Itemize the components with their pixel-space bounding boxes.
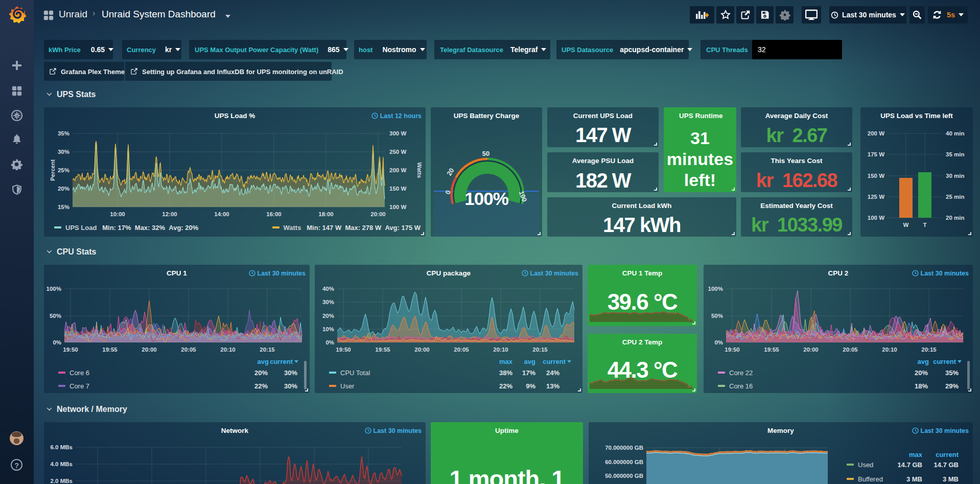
svg-text:20:10: 20:10 — [220, 347, 235, 353]
svg-text:20:15: 20:15 — [921, 347, 937, 353]
svg-text:70.000000 GB: 70.000000 GB — [605, 445, 643, 451]
svg-text:100%: 100% — [708, 286, 723, 292]
svg-text:16:00: 16:00 — [266, 211, 281, 217]
svg-text:20:10: 20:10 — [882, 347, 897, 353]
svg-text:20:05: 20:05 — [454, 347, 469, 353]
svg-text:20%: 20% — [322, 313, 334, 319]
svg-text:19:55: 19:55 — [375, 347, 390, 353]
svg-text:20:00: 20:00 — [370, 211, 385, 217]
svg-text:18:00: 18:00 — [318, 211, 333, 217]
svg-text:19:50: 19:50 — [336, 347, 351, 353]
svg-text:150 W: 150 W — [868, 173, 884, 179]
svg-text:20:15: 20:15 — [532, 347, 548, 353]
svg-text:50%: 50% — [711, 313, 723, 319]
svg-text:20:00: 20:00 — [414, 347, 429, 353]
svg-text:0%: 0% — [53, 339, 61, 345]
svg-text:4.0 MBs: 4.0 MBs — [51, 461, 73, 467]
svg-text:20:05: 20:05 — [181, 347, 196, 353]
svg-text:50%: 50% — [50, 313, 61, 319]
svg-text:20:05: 20:05 — [843, 347, 858, 353]
svg-text:100%: 100% — [46, 286, 61, 292]
svg-text:125 W: 125 W — [868, 194, 884, 200]
svg-text:250 W: 250 W — [389, 149, 406, 155]
svg-text:Percent: Percent — [50, 159, 56, 181]
svg-text:30%: 30% — [58, 149, 69, 155]
svg-text:0%: 0% — [325, 339, 334, 345]
svg-text:10:00: 10:00 — [110, 211, 125, 217]
svg-text:50: 50 — [482, 150, 489, 157]
svg-text:60.000000 GB: 60.000000 GB — [605, 459, 643, 465]
svg-text:25%: 25% — [58, 167, 69, 173]
svg-text:40%: 40% — [322, 286, 334, 292]
svg-text:200 W: 200 W — [389, 167, 406, 173]
svg-text:30%: 30% — [322, 299, 334, 305]
svg-text:150 W: 150 W — [389, 186, 406, 192]
svg-text:12:00: 12:00 — [162, 211, 177, 217]
svg-text:100 W: 100 W — [868, 215, 884, 221]
svg-text:2.0 MBs: 2.0 MBs — [51, 478, 73, 484]
svg-text:T: T — [923, 222, 926, 228]
svg-text:175 W: 175 W — [868, 151, 884, 157]
svg-text:50.000000 GB: 50.000000 GB — [605, 473, 643, 479]
svg-text:100 W: 100 W — [389, 204, 406, 210]
svg-text:25 min: 25 min — [946, 194, 964, 200]
svg-text:19:50: 19:50 — [725, 347, 739, 353]
svg-text:19:55: 19:55 — [102, 347, 118, 353]
svg-text:35 min: 35 min — [946, 151, 964, 157]
svg-text:19:50: 19:50 — [63, 347, 78, 353]
svg-text:200 W: 200 W — [868, 130, 884, 136]
svg-text:15%: 15% — [58, 204, 69, 210]
svg-text:20%: 20% — [58, 186, 69, 192]
svg-text:40 min: 40 min — [946, 130, 964, 136]
svg-text:20:00: 20:00 — [142, 347, 156, 353]
svg-text:19:55: 19:55 — [764, 347, 779, 353]
svg-text:20:00: 20:00 — [803, 347, 818, 353]
svg-text:20 min: 20 min — [946, 215, 964, 221]
svg-text:Watts: Watts — [416, 163, 423, 178]
svg-text:30 min: 30 min — [946, 173, 964, 179]
svg-text:20:15: 20:15 — [260, 347, 275, 353]
svg-text:35%: 35% — [58, 130, 69, 136]
svg-text:10%: 10% — [322, 326, 334, 332]
svg-text:20: 20 — [445, 167, 455, 177]
svg-text:6.0 MBs: 6.0 MBs — [51, 444, 73, 450]
svg-text:14:00: 14:00 — [214, 211, 229, 217]
svg-text:20:10: 20:10 — [493, 347, 508, 353]
svg-text:0%: 0% — [714, 339, 723, 345]
svg-text:W: W — [903, 222, 909, 228]
svg-text:300 W: 300 W — [389, 130, 406, 136]
